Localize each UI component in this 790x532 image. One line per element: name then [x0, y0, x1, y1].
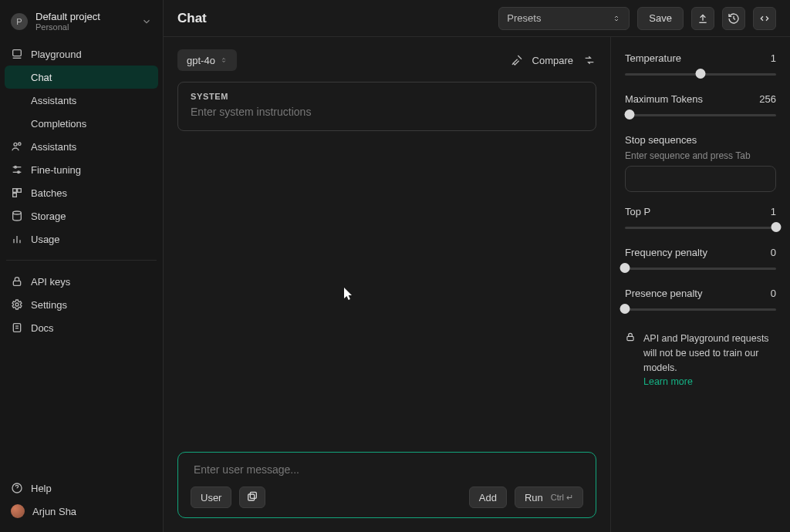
sidebar-label: Assistants: [31, 95, 76, 106]
sidebar-label: Storage: [31, 210, 66, 222]
sidebar-label: Completions: [31, 118, 86, 130]
freqpen-slider[interactable]: [625, 263, 776, 274]
sidebar-label: Batches: [31, 187, 67, 199]
broom-icon[interactable]: [511, 54, 523, 66]
model-label: gpt-4o: [187, 55, 215, 66]
assistants-icon: [11, 140, 23, 153]
svg-rect-10: [13, 194, 17, 197]
mouse-cursor-icon: [344, 288, 353, 301]
sidebar-item-playground[interactable]: Playground: [0, 42, 163, 66]
sidebar-item-batches[interactable]: Batches: [0, 181, 163, 204]
setting-value: 0: [771, 288, 776, 299]
help-icon: [11, 482, 23, 494]
learn-more-link[interactable]: Learn more: [643, 376, 693, 387]
sidebar-item-completions[interactable]: Completions: [0, 112, 163, 135]
nav-main: Playground Chat Assistants Completions A…: [0, 39, 163, 254]
nav-secondary: API keys Settings Docs: [0, 267, 163, 342]
presets-dropdown[interactable]: Presets: [498, 7, 630, 30]
project-switcher[interactable]: P Default project Personal: [0, 6, 163, 39]
topp-slider[interactable]: [625, 222, 776, 233]
chat-area: gpt-4o Compare SYSTEM Enter: [164, 37, 611, 532]
setting-label: Top P: [625, 206, 650, 217]
sidebar-label: Playground: [31, 49, 82, 60]
gear-icon: [11, 298, 23, 311]
project-name: Default project: [35, 11, 133, 22]
setting-label: Maximum Tokens: [625, 93, 703, 105]
settings-panel: Temperature 1 Maximum Tokens 256 Stop se…: [611, 37, 790, 532]
svg-point-11: [13, 211, 22, 214]
setting-label: Stop sequences: [625, 134, 776, 146]
presets-label: Presets: [507, 12, 541, 24]
system-box[interactable]: SYSTEM Enter system instructions: [177, 82, 596, 131]
sidebar-label: Docs: [31, 322, 54, 334]
sidebar-item-usage[interactable]: Usage: [0, 227, 163, 251]
stop-sequences-control: Stop sequences Enter sequence and press …: [625, 134, 776, 192]
lock-icon: [625, 332, 636, 389]
playground-icon: [11, 48, 23, 60]
setting-label: Temperature: [625, 52, 681, 64]
role-toggle[interactable]: User: [191, 487, 231, 508]
setting-value: 256: [759, 93, 776, 105]
svg-point-16: [15, 303, 19, 306]
sidebar-item-assistants[interactable]: Assistants: [0, 135, 163, 158]
svg-point-2: [14, 143, 17, 146]
main: Chat Presets Save gpt-4o: [164, 0, 790, 532]
svg-rect-23: [248, 494, 255, 500]
svg-point-3: [19, 143, 21, 145]
sidebar: P Default project Personal Playground Ch…: [0, 0, 164, 532]
setting-value: 1: [771, 52, 776, 64]
sidebar-item-chat[interactable]: Chat: [5, 66, 158, 89]
sidebar-label: Chat: [31, 72, 52, 83]
sidebar-label: Arjun Sha: [32, 506, 76, 517]
sidebar-item-apikeys[interactable]: API keys: [0, 270, 163, 293]
save-button[interactable]: Save: [637, 7, 684, 30]
maxtokens-slider[interactable]: [625, 109, 776, 120]
page-title: Chat: [177, 11, 207, 26]
svg-rect-25: [627, 336, 633, 340]
setting-value: 1: [771, 206, 776, 217]
setting-hint: Enter sequence and press Tab: [625, 150, 776, 161]
add-button[interactable]: Add: [469, 487, 507, 508]
divider: [6, 260, 157, 261]
upload-button[interactable]: [691, 7, 714, 30]
prespen-control: Presence penalty 0: [625, 288, 776, 315]
sidebar-item-user[interactable]: Arjun Sha: [0, 500, 163, 523]
user-avatar: [11, 504, 25, 518]
freqpen-control: Frequency penalty 0: [625, 247, 776, 274]
sidebar-item-assistants-sub[interactable]: Assistants: [0, 89, 163, 112]
temperature-slider[interactable]: [625, 69, 776, 79]
code-button[interactable]: [753, 7, 776, 30]
compare-arrows-icon[interactable]: [582, 54, 596, 66]
sidebar-label: Usage: [31, 234, 60, 245]
setting-label: Frequency penalty: [625, 247, 707, 258]
svg-rect-15: [13, 281, 20, 285]
sidebar-item-finetuning[interactable]: Fine-tuning: [0, 158, 163, 181]
prespen-slider[interactable]: [625, 304, 776, 315]
run-shortcut: Ctrl ↵: [551, 493, 573, 503]
sidebar-item-settings[interactable]: Settings: [0, 293, 163, 316]
svg-rect-24: [251, 492, 257, 498]
batches-icon: [11, 187, 23, 199]
project-avatar: P: [11, 13, 28, 30]
sidebar-label: API keys: [31, 276, 70, 288]
model-selector[interactable]: gpt-4o: [177, 49, 237, 71]
history-button[interactable]: [722, 7, 745, 30]
chevron-down-icon: [141, 16, 152, 27]
stop-sequences-input[interactable]: [625, 166, 776, 192]
sidebar-item-help[interactable]: Help: [0, 476, 163, 500]
lock-icon: [11, 275, 23, 288]
attach-button[interactable]: [239, 487, 265, 508]
sidebar-item-docs[interactable]: Docs: [0, 316, 163, 339]
setting-label: Presence penalty: [625, 288, 702, 299]
sidebar-item-storage[interactable]: Storage: [0, 204, 163, 227]
storage-icon: [11, 210, 23, 222]
training-notice: API and Playground requests will not be …: [625, 332, 776, 389]
sidebar-label: Help: [31, 483, 52, 494]
run-button[interactable]: Run Ctrl ↵: [515, 487, 583, 508]
compare-button[interactable]: Compare: [532, 55, 573, 66]
message-input[interactable]: Enter user message...: [191, 463, 583, 476]
sidebar-label: Fine-tuning: [31, 164, 81, 176]
sidebar-label: Settings: [31, 299, 67, 311]
sort-icon: [612, 14, 621, 23]
svg-rect-0: [13, 50, 22, 56]
